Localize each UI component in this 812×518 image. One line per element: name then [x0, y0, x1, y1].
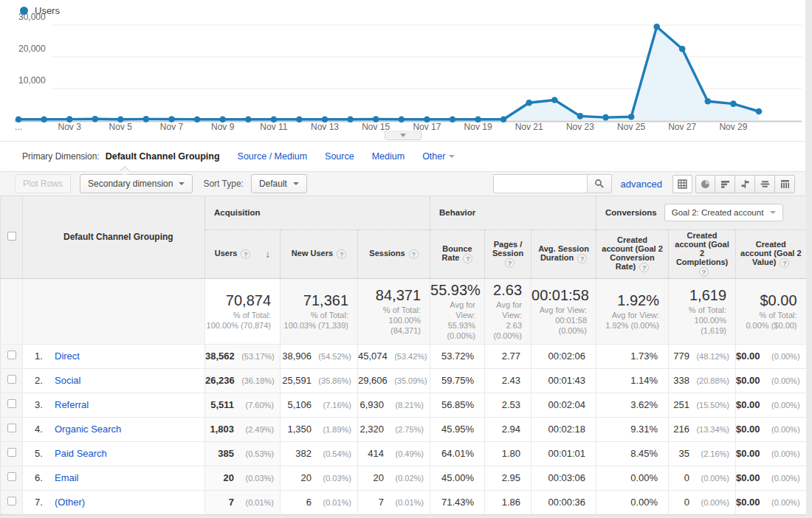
channel-link[interactable]: Paid Search [55, 448, 107, 459]
cell-avg-session-duration: 00:02:06 [531, 344, 596, 368]
primary-dimension-bar: Primary Dimension: Default Channel Group… [0, 142, 805, 171]
row-checkbox[interactable] [7, 472, 16, 481]
totals-bounce-rate: 55.93%Avg for View: 55.93% (0.00%) [430, 278, 485, 344]
plot-rows-button[interactable]: Plot Rows [15, 174, 71, 193]
term-cloud-view-button[interactable] [755, 175, 775, 193]
channel-link[interactable]: Organic Search [55, 424, 121, 435]
percentage-view-button[interactable] [695, 175, 715, 193]
row-rank: 5. [35, 448, 55, 459]
row-rank: 2. [35, 375, 55, 386]
cell-goal-value: $0.00(0.00%) [736, 490, 806, 514]
row-checkbox[interactable] [7, 424, 16, 432]
select-all-cell [1, 196, 23, 278]
dimension-source[interactable]: Source [325, 151, 354, 162]
select-all-checkbox[interactable] [7, 232, 16, 241]
help-icon[interactable] [337, 249, 346, 259]
goal-selector-button[interactable]: Goal 2: Created account [664, 204, 784, 221]
sessions-column-label[interactable]: Sessions [369, 249, 405, 258]
secondary-dimension-button[interactable]: Secondary dimension [80, 174, 193, 193]
row-checkbox[interactable] [7, 448, 16, 457]
cell-sessions: 7(0.01%) [358, 490, 430, 514]
cell-new-users: 25,591(35.86%) [281, 368, 358, 393]
table-row: 4.Organic Search 1,803(2.49%) 1,350(1.89… [1, 417, 806, 441]
dimension-source-medium[interactable]: Source / Medium [238, 151, 307, 162]
advanced-search-link[interactable]: advanced [621, 179, 662, 190]
new-users-column-label[interactable]: New Users [292, 249, 333, 258]
dimension-column-header[interactable]: Default Channel Grouping [23, 196, 205, 278]
cell-goal-conversion-rate: 1.73% [596, 344, 669, 368]
cell-users: 7(0.01%) [205, 490, 281, 514]
cell-bounce-rate: 71.43% [430, 490, 485, 514]
row-checkbox[interactable] [7, 375, 16, 384]
row-checkbox-cell [1, 393, 23, 417]
cell-users: 20(0.03%) [205, 466, 281, 490]
users-over-time-panel: 10,00020,00030,000...Nov 3Nov 5Nov 7Nov … [0, 0, 805, 142]
conversions-label: Conversions [605, 208, 657, 217]
column-header-avg-session-duration: Avg. Session Duration [531, 229, 596, 278]
secondary-dimension-label: Secondary dimension [88, 179, 173, 189]
cell-goal-completions: 0(0.00%) [669, 466, 736, 490]
row-checkbox[interactable] [7, 497, 16, 505]
row-channel-cell: 6.Email [23, 466, 205, 490]
dimension-default-channel-grouping[interactable]: Default Channel Grouping [106, 151, 220, 162]
help-icon[interactable] [639, 263, 649, 272]
goal-conversion-rate-column-label[interactable]: Created account (Goal 2 Conversion Rate) [602, 235, 663, 271]
table-body: 70,874% of Total: 100.00% (70,874) 71,36… [1, 278, 806, 514]
chevron-down-icon [293, 182, 299, 185]
goal-completions-column-label[interactable]: Created account (Goal 2 Completions) [675, 231, 729, 266]
cell-new-users: 382(0.54%) [281, 441, 358, 466]
comparison-view-button[interactable] [735, 175, 755, 193]
table-view-button[interactable] [672, 175, 692, 193]
term-cloud-view-icon [760, 179, 770, 189]
users-column-label[interactable]: Users [215, 249, 238, 258]
row-checkbox-cell [1, 417, 23, 441]
row-channel-cell: 5.Paid Search [23, 441, 205, 466]
sort-type-label: Sort Type: [203, 179, 243, 189]
chevron-down-icon [400, 134, 406, 137]
cell-users: 1,803(2.49%) [205, 417, 281, 441]
cell-bounce-rate: 45.95% [430, 417, 485, 441]
cell-avg-session-duration: 00:00:36 [531, 490, 596, 514]
help-icon[interactable] [463, 254, 472, 263]
cell-bounce-rate: 59.75% [430, 368, 485, 393]
help-icon[interactable] [780, 258, 789, 268]
cell-pages-session: 2.43 [485, 368, 531, 393]
dimension-other[interactable]: Other [422, 151, 455, 162]
search-input[interactable] [493, 174, 588, 193]
pages-session-column-label[interactable]: Pages / Session [492, 240, 523, 258]
chart-legend: Users [20, 5, 60, 16]
cell-pages-session: 2.94 [485, 417, 531, 441]
help-icon[interactable] [699, 267, 709, 277]
legend-users-label: Users [35, 5, 60, 16]
pivot-view-button[interactable] [775, 175, 795, 193]
help-icon[interactable] [505, 258, 515, 268]
sort-descending-icon[interactable] [265, 249, 270, 259]
channel-link[interactable]: Social [55, 375, 80, 386]
cell-new-users: 20(0.03%) [281, 466, 358, 490]
channel-link[interactable]: Direct [55, 350, 80, 362]
column-header-goal-value: Created account (Goal 2 Value) [736, 229, 806, 278]
dimension-medium[interactable]: Medium [372, 151, 405, 162]
performance-view-button[interactable] [715, 175, 735, 193]
channel-link[interactable]: Email [55, 472, 79, 483]
row-checkbox[interactable] [7, 399, 16, 408]
channel-link[interactable]: Referral [55, 399, 89, 410]
goal-value-column-label[interactable]: Created account (Goal 2 Value) [740, 240, 802, 266]
cell-avg-session-duration: 00:02:18 [531, 417, 596, 441]
sort-type-button[interactable]: Default [251, 174, 307, 193]
channels-table: Default Channel Grouping Acquisition Beh… [0, 196, 806, 515]
row-checkbox[interactable] [7, 350, 16, 359]
cell-pages-session: 1.80 [485, 441, 531, 466]
help-icon[interactable] [241, 249, 250, 259]
search-button[interactable] [587, 174, 612, 193]
cell-avg-session-duration: 00:01:01 [531, 441, 596, 466]
help-icon[interactable] [409, 249, 419, 259]
channel-link[interactable]: (Other) [55, 497, 85, 508]
help-icon[interactable] [577, 254, 587, 263]
cell-new-users: 1,350(1.89%) [281, 417, 358, 441]
cell-bounce-rate: 56.85% [430, 393, 485, 417]
cell-sessions: 29,606(35.09%) [358, 368, 430, 393]
search-icon [594, 179, 605, 189]
chart-collapse-tab[interactable] [385, 131, 422, 140]
cell-goal-completions: 0(0.00%) [669, 490, 736, 514]
